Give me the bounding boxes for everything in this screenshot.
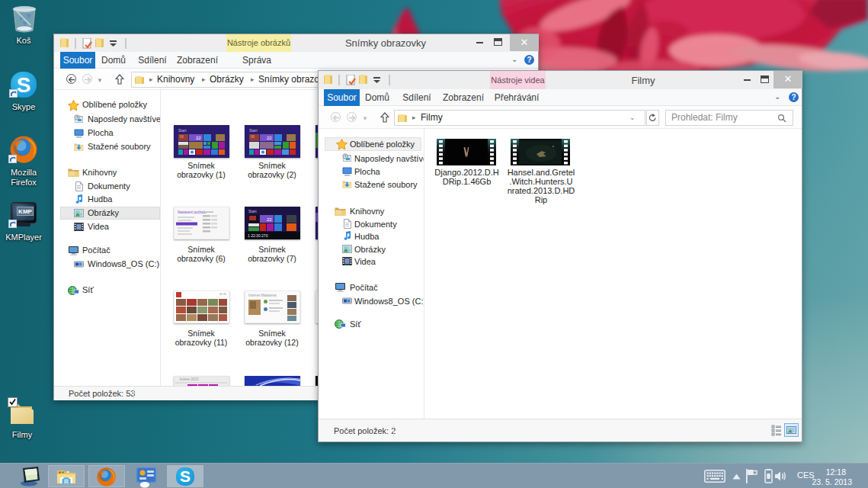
svg-text:Start: Start — [249, 128, 258, 133]
svg-text:květen 2013: květen 2013 — [180, 377, 199, 381]
svg-text:1 22:30 270: 1 22:30 270 — [248, 233, 268, 238]
svg-text:Start: Start — [178, 128, 187, 133]
svg-text:Internet Makarena: Internet Makarena — [248, 294, 277, 297]
svg-text:Start: Start — [248, 209, 257, 214]
svg-text:22: 22 — [267, 217, 272, 222]
svg-text:22: 22 — [196, 136, 201, 140]
svg-text:22: 22 — [267, 136, 272, 140]
